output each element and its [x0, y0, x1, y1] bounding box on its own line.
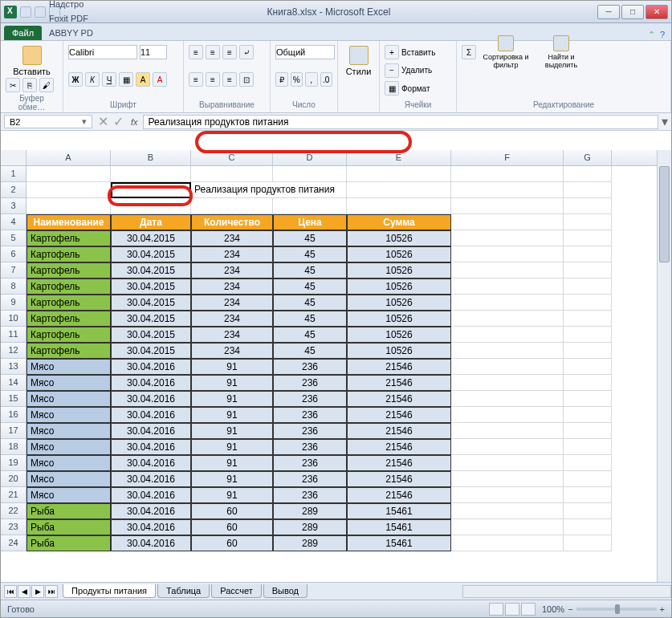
cell[interactable]: Картофель — [26, 246, 111, 262]
row-header[interactable]: 3 — [1, 198, 26, 214]
merge-icon[interactable]: ⊡ — [239, 72, 254, 87]
cell[interactable]: 45 — [273, 327, 347, 343]
row-header[interactable]: 19 — [1, 455, 26, 471]
row-header[interactable]: 17 — [1, 423, 26, 439]
cell[interactable] — [347, 166, 451, 182]
row-header[interactable]: 6 — [1, 246, 26, 262]
cell[interactable] — [273, 198, 347, 214]
format-painter-icon[interactable]: 🖌 — [39, 78, 54, 92]
row-header[interactable]: 13 — [1, 359, 26, 375]
align-left-icon[interactable]: ≡ — [189, 72, 203, 87]
cell[interactable]: Реализация продуктов питания — [191, 182, 273, 198]
cell[interactable]: 234 — [191, 262, 273, 279]
ribbon-tab-abbyy pd[interactable]: ABBYY PD — [43, 26, 99, 40]
cell[interactable]: 236 — [273, 487, 347, 503]
page-break-view-icon[interactable] — [521, 603, 536, 616]
row-header[interactable]: 7 — [1, 262, 26, 279]
column-header-A[interactable]: A — [26, 150, 111, 165]
cell[interactable]: 21546 — [347, 439, 451, 455]
ribbon-tab-надстро[interactable]: Надстро — [43, 0, 99, 11]
inc-decimal-icon[interactable]: .0 — [320, 72, 333, 87]
sheet-tab-active[interactable]: Продукты питания — [63, 584, 156, 598]
cell[interactable]: 289 — [273, 503, 347, 519]
row-header[interactable]: 9 — [1, 295, 26, 311]
cell[interactable] — [564, 343, 612, 359]
cell[interactable]: 30.04.2016 — [111, 359, 191, 375]
file-tab[interactable]: Файл — [4, 26, 42, 40]
name-box[interactable]: B2 ▾ — [4, 115, 92, 128]
cell[interactable] — [451, 166, 564, 182]
cell[interactable] — [564, 423, 612, 439]
column-header-G[interactable]: G — [564, 150, 612, 165]
name-box-dropdown-icon[interactable]: ▾ — [82, 116, 87, 127]
cell[interactable]: 30.04.2015 — [111, 343, 191, 359]
cell[interactable]: 10526 — [347, 327, 451, 343]
cell[interactable] — [564, 295, 612, 311]
cell[interactable]: 30.04.2015 — [111, 295, 191, 311]
row-header[interactable]: 11 — [1, 327, 26, 343]
cell[interactable]: 21546 — [347, 359, 451, 375]
zoom-slider-thumb[interactable] — [615, 604, 620, 614]
cell[interactable] — [111, 182, 191, 198]
cell[interactable]: 91 — [191, 359, 273, 375]
cell[interactable]: 30.04.2016 — [111, 503, 191, 519]
cell[interactable]: 234 — [191, 279, 273, 295]
cell[interactable] — [451, 182, 564, 198]
save-icon[interactable] — [20, 6, 31, 18]
cell[interactable]: Мясо — [26, 359, 111, 375]
cell[interactable] — [564, 471, 612, 487]
paste-button[interactable]: Вставить — [6, 44, 58, 78]
cell[interactable]: Количество — [191, 214, 273, 230]
cell[interactable] — [273, 182, 347, 198]
cell[interactable]: 30.04.2016 — [111, 487, 191, 503]
horizontal-scrollbar[interactable] — [462, 585, 671, 598]
row-header[interactable]: 21 — [1, 487, 26, 503]
cell[interactable] — [111, 166, 191, 182]
formula-bar[interactable]: Реализация продуктов питания — [143, 115, 658, 129]
cell[interactable]: 10526 — [347, 311, 451, 327]
font-name-input[interactable] — [68, 45, 137, 59]
cell[interactable] — [564, 487, 612, 503]
cell[interactable]: 236 — [273, 407, 347, 423]
cell[interactable]: Мясо — [26, 487, 111, 503]
cell[interactable]: Сумма — [347, 214, 451, 230]
cell[interactable]: 30.04.2015 — [111, 279, 191, 295]
italic-button[interactable]: К — [85, 72, 100, 87]
align-top-icon[interactable]: ≡ — [189, 45, 203, 59]
cell[interactable]: 45 — [273, 295, 347, 311]
cell[interactable]: 21546 — [347, 455, 451, 471]
cell[interactable]: 21546 — [347, 487, 451, 503]
cell[interactable] — [451, 535, 564, 551]
cell[interactable]: 236 — [273, 439, 347, 455]
row-header[interactable]: 24 — [1, 535, 26, 551]
column-header-E[interactable]: E — [347, 150, 451, 165]
cell[interactable] — [451, 198, 564, 214]
cell[interactable] — [564, 198, 612, 214]
cell[interactable]: 30.04.2016 — [111, 423, 191, 439]
row-header[interactable]: 20 — [1, 471, 26, 487]
wrap-text-icon[interactable]: ⤶ — [239, 45, 254, 59]
cell[interactable]: 30.04.2016 — [111, 519, 191, 535]
cell[interactable]: 21546 — [347, 407, 451, 423]
cell[interactable]: 30.04.2015 — [111, 230, 191, 246]
zoom-level[interactable]: 100% — [542, 604, 564, 614]
cell[interactable]: 234 — [191, 295, 273, 311]
cell[interactable]: 91 — [191, 455, 273, 471]
cell[interactable]: 91 — [191, 487, 273, 503]
cell[interactable]: 289 — [273, 519, 347, 535]
sheet-nav-first-icon[interactable]: ⏮ — [4, 585, 17, 598]
cell[interactable] — [451, 391, 564, 407]
underline-button[interactable]: Ч — [102, 72, 116, 87]
cell[interactable]: 236 — [273, 455, 347, 471]
cell[interactable]: 30.04.2016 — [111, 471, 191, 487]
expand-formula-bar-icon[interactable]: ▾ — [658, 114, 671, 129]
cell[interactable] — [26, 198, 111, 214]
cancel-formula-icon[interactable]: ✕ — [98, 114, 108, 129]
cell[interactable] — [451, 487, 564, 503]
worksheet-grid[interactable]: ABCDEFG 12Реализация продуктов питания34… — [1, 150, 657, 582]
align-center-icon[interactable]: ≡ — [206, 72, 220, 87]
select-all-corner[interactable] — [1, 150, 26, 165]
cell[interactable] — [451, 230, 564, 246]
fill-color-button[interactable]: A — [136, 72, 150, 87]
bold-button[interactable]: Ж — [68, 72, 83, 87]
